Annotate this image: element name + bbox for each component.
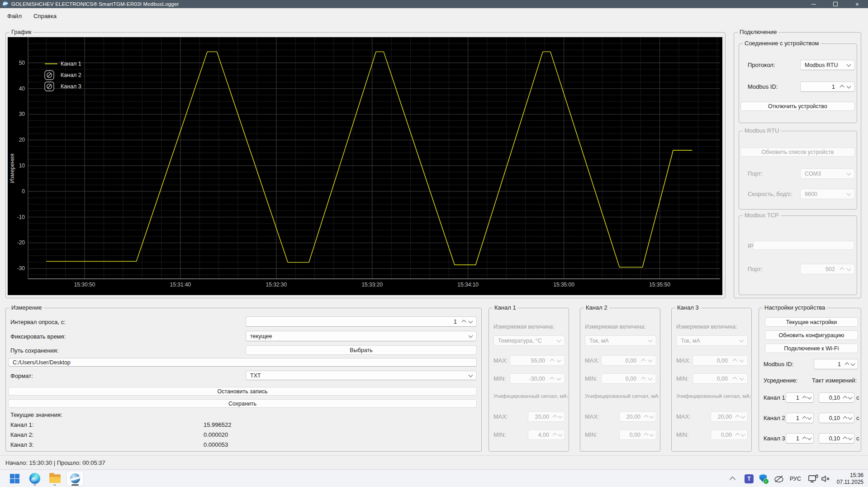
modbus-tcp-group: Modbus TCP IPv4: Порт: 502 <box>739 215 857 295</box>
chevron-up-icon[interactable] <box>840 85 844 90</box>
edge-browser-button[interactable] <box>26 471 43 486</box>
chevron-down-icon[interactable] <box>469 319 473 323</box>
baud-value: 9600 <box>805 191 844 197</box>
chevron-down-icon[interactable] <box>848 435 853 440</box>
chevron-up-icon[interactable] <box>462 320 466 325</box>
chevron-up-icon[interactable] <box>843 396 848 401</box>
save-path-input[interactable]: C:/Users/User/Desktop <box>8 358 477 367</box>
chevron-down-icon[interactable] <box>848 415 853 420</box>
disconnect-device-button[interactable]: Отключить устройство <box>740 102 855 111</box>
chevron-up-icon <box>641 359 646 363</box>
menu-file[interactable]: Файл <box>3 11 26 21</box>
tact-value: 0,10 <box>821 415 842 421</box>
chevron-down-icon <box>558 432 563 436</box>
tray-hidden-icons[interactable] <box>773 470 784 487</box>
channel-1-signal-max-stepper: 20,00 <box>528 411 565 422</box>
legend-toggle-channel-2[interactable]: Канал 2 <box>45 71 81 80</box>
chevron-up-icon[interactable] <box>845 363 849 367</box>
start-button[interactable] <box>6 471 23 486</box>
modbus-id-label: Modbus ID: <box>748 83 778 90</box>
chevron-up-icon[interactable] <box>802 396 807 401</box>
chevron-down-icon[interactable] <box>851 361 855 366</box>
chevron-down-icon[interactable] <box>807 415 812 420</box>
menu-help[interactable]: Справка <box>29 11 61 21</box>
stop-recording-button[interactable]: Остановить запись <box>8 387 477 396</box>
tact-value: 0,10 <box>821 435 842 442</box>
format-label: Формат: <box>10 372 33 379</box>
ipv4-input <box>753 241 854 250</box>
modbus-id-stepper[interactable]: 1 <box>800 81 855 92</box>
min-value: -30,00 <box>514 376 547 382</box>
taskbar-clock[interactable]: 15:36 07.11.2025 <box>837 472 863 485</box>
protocol-dropdown[interactable]: Modbus RTU <box>800 60 855 70</box>
tcp-port-stepper: 502 <box>800 264 855 274</box>
start-icon <box>10 474 19 483</box>
file-explorer-icon <box>49 474 61 483</box>
chevron-up-icon[interactable] <box>843 437 848 441</box>
chevron-down-icon[interactable] <box>807 435 812 440</box>
tray-teams[interactable]: T <box>745 470 754 487</box>
chevron-up-icon <box>553 433 557 438</box>
ds-channel-1-tact-stepper[interactable]: 0,10 <box>819 392 854 403</box>
eye-slash-icon <box>773 474 784 483</box>
display-device-icon <box>808 474 819 483</box>
ds-channel-2-averaging-stepper[interactable]: 1 <box>786 413 814 423</box>
restore-button[interactable] <box>825 0 846 8</box>
tray-display-device[interactable] <box>808 470 819 487</box>
modbus-tcp-label: Modbus TCP <box>743 212 781 219</box>
choose-path-button[interactable]: Выбрать <box>246 345 477 355</box>
interval-stepper[interactable]: 1 <box>246 316 477 327</box>
clock-time: 15:36 <box>837 472 863 479</box>
legend-label: Канал 1 <box>61 61 81 67</box>
chevron-down-icon <box>740 376 744 380</box>
chevron-down-icon <box>650 414 654 418</box>
interval-label: Интервал опроса, с: <box>10 319 66 325</box>
chevron-down-icon[interactable] <box>848 395 853 399</box>
min-label: MIN: <box>493 375 506 382</box>
ds-channel-3-averaging-stepper[interactable]: 1 <box>786 433 814 444</box>
chevron-down-icon[interactable] <box>807 395 812 399</box>
wifi-connect-button[interactable]: Подключение к Wi-Fi <box>765 344 858 353</box>
save-button[interactable]: Сохранить <box>8 399 477 408</box>
modbuslogger-app-button[interactable] <box>66 471 84 486</box>
chevron-down-icon[interactable] <box>847 84 851 88</box>
ds-channel-2-tact-stepper[interactable]: 0,10 <box>819 413 854 423</box>
ds-channel-1-averaging-stepper[interactable]: 1 <box>786 392 814 403</box>
fix-time-dropdown[interactable]: текущее <box>246 331 477 341</box>
legend-toggle-channel-3[interactable]: Канал 3 <box>45 82 81 91</box>
ds-modbus-id-stepper[interactable]: 1 <box>814 359 858 369</box>
tray-security[interactable]: ✓ <box>759 470 768 487</box>
device-connection-label: Соединение с устройством <box>743 40 821 47</box>
close-button[interactable]: × <box>846 0 868 8</box>
quantity-value: Ток, мА <box>681 338 736 344</box>
minimize-button[interactable] <box>803 0 825 8</box>
x-tick-label: 15:32:30 <box>266 282 287 288</box>
ds-channel-3-tact-stepper[interactable]: 0,10 <box>819 433 854 444</box>
tray-volume[interactable] <box>821 470 831 487</box>
min-value: 0,00 <box>697 376 730 382</box>
update-config-button[interactable]: Обновить конфигурацию <box>765 330 858 340</box>
chevron-down-icon <box>648 376 653 380</box>
format-value: TXT <box>250 372 465 379</box>
desktop: GOLENISHCHEV ELECTRONICS® SmartTGM-ER03I… <box>0 0 868 487</box>
legend-label: Канал 3 <box>61 83 81 90</box>
current-channel-2-label: Канал 2: <box>10 431 33 438</box>
x-tick-label: 15:35:50 <box>649 282 670 288</box>
format-dropdown[interactable]: TXT <box>246 371 477 380</box>
fix-time-value: текущее <box>250 333 465 339</box>
language-indicator[interactable]: РУС <box>790 470 801 487</box>
modbuslogger-app-icon <box>70 473 80 483</box>
chevron-up-icon[interactable] <box>802 437 807 441</box>
avg-value: 1 <box>788 435 801 442</box>
chevron-up-icon[interactable] <box>802 416 807 421</box>
current-settings-button[interactable]: Текущие настройки <box>765 317 858 327</box>
taskbar: T ✓ РУС <box>0 469 868 487</box>
file-explorer-button[interactable] <box>46 471 63 486</box>
sig-min-label: MIN: <box>585 431 597 438</box>
chevron-up-icon[interactable] <box>843 416 848 421</box>
chevron-up-icon <box>641 377 646 382</box>
sig-min-value: 0,00 <box>622 432 642 438</box>
channel-3-max-stepper: 0,00 <box>693 355 748 366</box>
tray-chevron-button[interactable] <box>730 470 735 487</box>
quantity-value: Ток, мА <box>589 338 645 344</box>
